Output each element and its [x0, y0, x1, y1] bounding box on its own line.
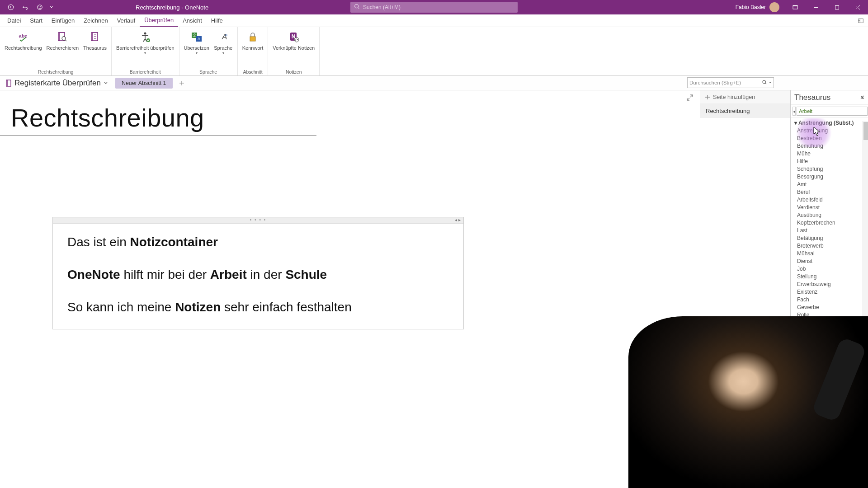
translate-label: Übersetzen [184, 45, 209, 51]
thesaurus-result-item[interactable]: Arbeitsfeld [791, 196, 868, 203]
section-tab[interactable]: Neuer Abschnitt 1 [115, 78, 173, 89]
notebook-dropdown[interactable]: Registerkarte Überprüfen [3, 79, 111, 88]
svg-rect-6 [793, 5, 797, 6]
translate-button[interactable]: 文AÜbersetzen▾ [182, 29, 211, 56]
thesaurus-button[interactable]: Thesaurus [81, 29, 108, 52]
spelling-button[interactable]: abcRechtschreibung [3, 29, 44, 52]
svg-rect-8 [859, 19, 863, 23]
thesaurus-result-item[interactable]: Ausübung [791, 211, 868, 219]
global-search-input[interactable] [350, 2, 518, 13]
svg-point-3 [40, 6, 41, 7]
note-body[interactable]: Das ist ein NotizcontainerOneNote hilft … [53, 224, 463, 329]
translate-icon: 文A [189, 30, 204, 44]
linked-notes-label: Verknüpfte Notizen [273, 45, 315, 51]
research-button[interactable]: Recherchieren [45, 29, 81, 52]
thesaurus-back-button[interactable]: ◂ [793, 107, 796, 116]
nav-back-icon[interactable] [5, 1, 17, 13]
menu-zeichnen[interactable]: Zeichnen [79, 14, 112, 27]
undo-icon[interactable] [19, 1, 32, 13]
close-pane-button[interactable]: ✕ [858, 93, 866, 101]
minimize-button[interactable] [806, 0, 826, 14]
menu-hilfe[interactable]: Hilfe [207, 14, 227, 27]
thesaurus-result-item[interactable]: Beruf [791, 188, 868, 196]
accessibility-icon [138, 30, 152, 44]
svg-text:A: A [198, 37, 200, 41]
ribbon-display-button[interactable] [785, 0, 806, 14]
close-button[interactable] [847, 0, 868, 14]
thesaurus-result-item[interactable]: Hilfe [791, 157, 868, 165]
thesaurus-result-item[interactable]: Broterwerb [791, 242, 868, 249]
thesaurus-result-item[interactable]: Anstrengung [791, 127, 868, 134]
linked-notes-button[interactable]: NVerknüpfte Notizen [271, 29, 316, 52]
thesaurus-result-item[interactable]: Bestreben [791, 134, 868, 142]
qat-dropdown-icon[interactable] [48, 1, 55, 13]
page-search-input[interactable]: Durchsuchen (Strg+E) [687, 77, 774, 88]
thesaurus-search-input[interactable] [797, 107, 868, 116]
add-section-button[interactable] [176, 78, 187, 89]
svg-point-26 [294, 38, 299, 42]
thesaurus-result-item[interactable]: Mühe [791, 150, 868, 157]
menu-verlauf[interactable]: Verlauf [113, 14, 140, 27]
lock-icon [245, 30, 260, 44]
thesaurus-result-item[interactable]: Kopfzerbrechen [791, 219, 868, 226]
note-container[interactable]: • • • • ◂ ▸ Das ist ein NotizcontainerOn… [52, 217, 464, 329]
menu-überprüfen[interactable]: Überprüfen [140, 14, 178, 27]
thesaurus-result-item[interactable]: Amt [791, 180, 868, 188]
page-list-item[interactable]: Rechtschreibung [700, 104, 790, 118]
thesaurus-result-item[interactable]: Dienst [791, 257, 868, 265]
book-icon [88, 30, 102, 44]
thesaurus-category-header[interactable]: ▾ Anstrengung (Subst.) [791, 119, 868, 127]
thesaurus-result-item[interactable]: Job [791, 265, 868, 272]
thesaurus-result-item[interactable]: Fach [791, 296, 868, 303]
menu-datei[interactable]: Datei [3, 14, 25, 27]
scrollbar-thumb[interactable] [863, 122, 868, 140]
page-title[interactable]: Rechtschreibung [0, 90, 700, 135]
notebook-name: Registerkarte Überprüfen [14, 79, 101, 88]
svg-point-4 [355, 5, 359, 8]
accessibility-button[interactable]: Barrierefreiheit überprüfen▾ [114, 29, 176, 56]
thesaurus-result-item[interactable]: Erwerbszweig [791, 280, 868, 288]
thesaurus-result-item[interactable]: Besorgung [791, 173, 868, 180]
note-grip-handle[interactable]: • • • • ◂ ▸ [53, 217, 463, 224]
svg-rect-23 [250, 37, 255, 41]
language-button[interactable]: AaSprache▾ [212, 29, 235, 56]
ribbon: abcRechtschreibungRecherchierenThesaurus… [0, 27, 868, 76]
note-nav-arrows[interactable]: ◂ ▸ [455, 217, 461, 222]
chevron-down-icon: ▾ [196, 51, 198, 55]
spelling-label: Rechtschreibung [5, 45, 42, 51]
menu-einfügen[interactable]: Einfügen [47, 14, 79, 27]
microphone [811, 337, 867, 422]
thesaurus-result-item[interactable]: Mühsal [791, 249, 868, 257]
thesaurus-result-item[interactable]: Verdienst [791, 203, 868, 211]
share-icon[interactable] [856, 16, 865, 25]
thesaurus-result-item[interactable]: Gewerbe [791, 303, 868, 311]
thesaurus-result-item[interactable]: Bemühung [791, 142, 868, 150]
ribbon-group-label: Barrierefreiheit [130, 68, 161, 75]
page-search-placeholder: Durchsuchen (Strg+E) [689, 80, 741, 85]
emoji-icon[interactable] [33, 1, 46, 13]
svg-text:文: 文 [192, 33, 196, 38]
menu-bar: DateiStartEinfügenZeichnenVerlaufÜberprü… [0, 14, 868, 27]
maximize-button[interactable] [826, 0, 847, 14]
thesaurus-result-item[interactable]: Last [791, 226, 868, 234]
thesaurus-result-item[interactable]: Stellung [791, 272, 868, 280]
book-search-icon [55, 30, 70, 44]
note-canvas[interactable]: Rechtschreibung • • • • ◂ ▸ Das ist ein … [0, 90, 700, 488]
svg-point-0 [8, 5, 13, 9]
password-button[interactable]: Kennwort [241, 29, 265, 52]
accessibility-label: Barrierefreiheit überprüfen [116, 45, 174, 51]
thesaurus-result-item[interactable]: Betätigung [791, 234, 868, 242]
chevron-down-icon: ▾ [222, 51, 224, 55]
webcam-overlay [628, 316, 868, 488]
ribbon-group-rechtschreibung: abcRechtschreibungRecherchierenThesaurus… [0, 27, 112, 75]
notebook-icon [5, 80, 12, 87]
add-page-button[interactable]: Seite hinzufügen [700, 90, 790, 104]
thesaurus-result-item[interactable]: Schöpfung [791, 165, 868, 173]
research-label: Recherchieren [47, 45, 79, 51]
thesaurus-result-item[interactable]: Existenz [791, 288, 868, 296]
menu-ansicht[interactable]: Ansicht [178, 14, 207, 27]
user-account[interactable]: Fabio Basler [730, 2, 785, 12]
expand-icon[interactable] [686, 94, 694, 102]
thesaurus-label: Thesaurus [83, 45, 107, 51]
menu-start[interactable]: Start [25, 14, 47, 27]
